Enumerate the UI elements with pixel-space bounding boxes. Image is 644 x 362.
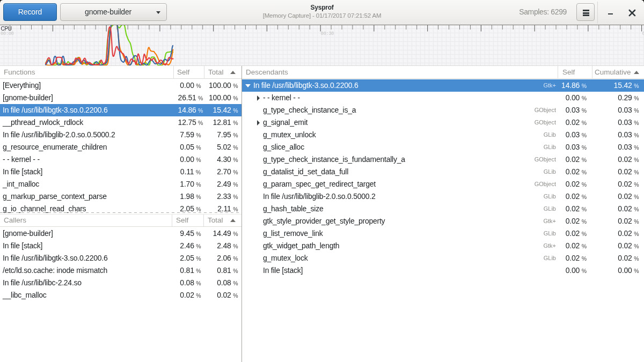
svg-text:00:30: 00:30 — [321, 32, 334, 37]
svg-text:01:00: 01:00 — [642, 32, 644, 37]
